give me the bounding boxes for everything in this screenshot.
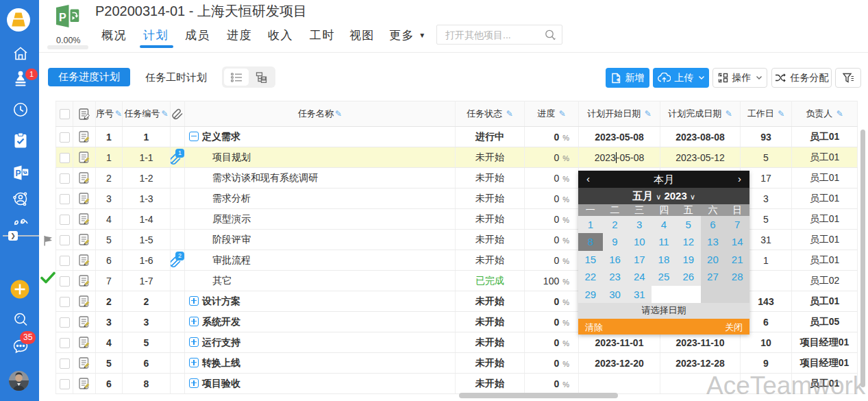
svg-text:P: P — [59, 12, 66, 23]
svg-text:P: P — [16, 169, 21, 178]
